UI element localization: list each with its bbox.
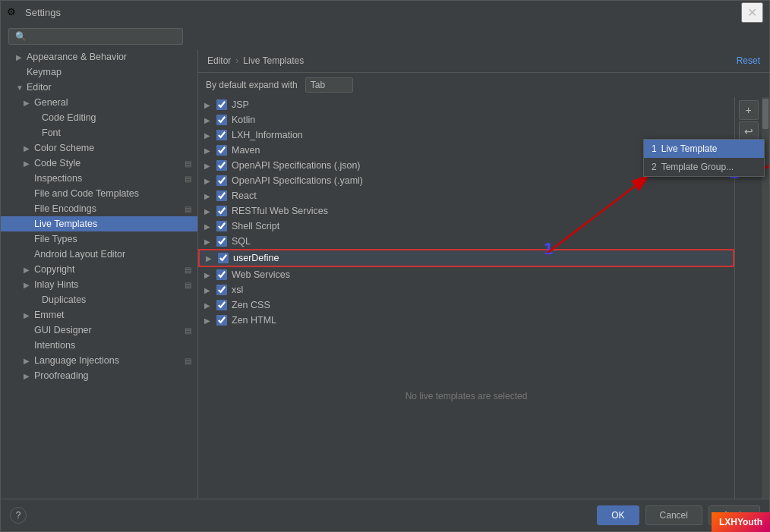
empty-message: No live templates are selected xyxy=(198,328,734,464)
sidebar-item-label: General xyxy=(34,97,68,108)
toolbar: By default expand with Tab Enter Space xyxy=(198,73,769,97)
sidebar-item-code-editing[interactable]: Code Editing xyxy=(1,110,197,125)
list-item[interactable]: ▶ Shell Script xyxy=(198,219,734,234)
add-button[interactable]: + xyxy=(739,100,759,120)
expand-with-select[interactable]: Tab Enter Space xyxy=(305,77,353,93)
sidebar-item-label: Inspections xyxy=(34,173,82,184)
window-title: Settings xyxy=(25,7,741,18)
template-checkbox[interactable] xyxy=(218,253,229,263)
template-item-label: Web Services xyxy=(232,269,728,280)
template-checkbox[interactable] xyxy=(216,269,227,280)
sidebar-item-label: Copyright xyxy=(34,264,75,275)
sidebar-item-label: Duplicates xyxy=(42,294,86,305)
sidebar-item-copyright[interactable]: ▶ Copyright ▤ xyxy=(1,262,197,277)
sidebar-item-emmet[interactable]: ▶ Emmet xyxy=(1,307,197,323)
template-checkbox[interactable] xyxy=(216,315,227,326)
list-item[interactable]: ▶ Zen HTML xyxy=(198,313,734,328)
sidebar-item-code-style[interactable]: ▶ Code Style ▤ xyxy=(1,156,197,171)
dropdown-item-template-group[interactable]: 2 Template Group... xyxy=(644,158,764,176)
empty-message-text: No live templates are selected xyxy=(406,391,528,401)
template-item-label: SQL xyxy=(232,236,728,247)
list-item[interactable]: ▶ JSP xyxy=(198,97,734,112)
expand-arrow-icon: ▶ xyxy=(204,192,212,200)
sidebar-item-color-scheme[interactable]: ▶ Color Scheme xyxy=(1,140,197,156)
sidebar-item-appearance[interactable]: ▶ Appearance & Behavior xyxy=(1,49,197,65)
extra-icon: ▤ xyxy=(185,281,191,289)
expand-arrow-icon: ▶ xyxy=(204,238,212,246)
help-button[interactable]: ? xyxy=(10,507,27,524)
template-item-label: Zen CSS xyxy=(232,300,728,310)
expand-arrow-icon: ▶ xyxy=(24,99,31,107)
list-item[interactable]: ▶ xsl xyxy=(198,282,734,297)
expand-arrow-icon: ▶ xyxy=(204,162,212,170)
list-item[interactable]: ▶ Kotlin xyxy=(198,112,734,127)
sidebar-item-android-layout[interactable]: Android Layout Editor xyxy=(1,247,197,262)
expand-arrow-icon: ▶ xyxy=(24,281,31,289)
sidebar-item-file-types[interactable]: File Types xyxy=(1,231,197,247)
expand-arrow-icon: ▶ xyxy=(24,144,31,153)
template-checkbox[interactable] xyxy=(216,115,227,125)
expand-arrow-icon: ▶ xyxy=(204,146,212,155)
extra-icon: ▤ xyxy=(185,159,191,168)
expand-arrow-icon: ▶ xyxy=(24,357,31,365)
cancel-button[interactable]: Cancel xyxy=(645,505,702,525)
sidebar-item-inspections[interactable]: Inspections ▤ xyxy=(1,171,197,186)
sidebar-item-file-encodings[interactable]: File Encodings ▤ xyxy=(1,201,197,216)
template-checkbox[interactable] xyxy=(216,145,227,156)
template-item-label: React xyxy=(232,190,728,201)
sidebar-item-proofreading[interactable]: ▶ Proofreading xyxy=(1,368,197,383)
breadcrumb-part1: Editor xyxy=(207,55,231,66)
template-item-label: JSP xyxy=(232,99,728,110)
sidebar-item-inlay-hints[interactable]: ▶ Inlay Hints ▤ xyxy=(1,277,197,292)
dropdown-item-number: 1 xyxy=(652,143,657,154)
list-item[interactable]: ▶ RESTful Web Services xyxy=(198,203,734,219)
sidebar-item-file-code-templates[interactable]: File and Code Templates xyxy=(1,186,197,201)
expand-arrow-icon: ▶ xyxy=(204,207,212,216)
expand-arrow-icon: ▶ xyxy=(204,131,212,140)
sidebar-item-intentions[interactable]: Intentions xyxy=(1,338,197,353)
template-checkbox[interactable] xyxy=(216,206,227,216)
sidebar-item-label: File and Code Templates xyxy=(34,188,139,199)
template-checkbox[interactable] xyxy=(216,99,227,110)
sidebar-item-keymap[interactable]: Keymap xyxy=(1,65,197,80)
lxhyouth-badge: LXHYouth xyxy=(712,512,770,532)
sidebar-item-live-templates[interactable]: Live Templates xyxy=(1,216,197,231)
template-item-label: xsl xyxy=(232,285,728,295)
template-checkbox[interactable] xyxy=(216,300,227,310)
sidebar-item-general[interactable]: ▶ General xyxy=(1,95,197,110)
template-checkbox[interactable] xyxy=(216,130,227,140)
expand-arrow-icon: ▼ xyxy=(16,83,24,92)
template-checkbox[interactable] xyxy=(216,221,227,231)
list-item[interactable]: ▶ Web Services xyxy=(198,267,734,282)
close-button[interactable]: ✕ xyxy=(741,2,763,23)
dropdown-item-live-template[interactable]: 1 Live Template xyxy=(644,140,764,158)
template-checkbox[interactable] xyxy=(216,285,227,295)
dropdown-item-label: Template Group... xyxy=(661,162,734,172)
toolbar-expand-label: By default expand with xyxy=(206,80,298,90)
settings-window: ⚙ Settings ✕ ▶ Appearance & Behavior Key… xyxy=(0,0,770,532)
list-item-selected[interactable]: ▶ userDefine xyxy=(198,249,734,267)
sidebar-item-label: Code Editing xyxy=(42,112,96,123)
list-item[interactable]: ▶ React xyxy=(198,188,734,203)
template-checkbox[interactable] xyxy=(216,160,227,171)
reset-button[interactable]: Reset xyxy=(737,55,760,66)
sidebar-item-label: Emmet xyxy=(34,310,65,320)
extra-icon: ▤ xyxy=(185,326,191,335)
expand-arrow-icon: ▶ xyxy=(204,101,212,109)
title-bar: ⚙ Settings ✕ xyxy=(1,1,769,24)
list-item[interactable]: ▶ SQL xyxy=(198,234,734,249)
ok-button[interactable]: OK xyxy=(597,505,639,525)
sidebar-item-label: Editor xyxy=(27,82,52,93)
sidebar-item-label: GUI Designer xyxy=(34,325,92,335)
sidebar-item-label: Inlay Hints xyxy=(34,279,78,290)
sidebar-item-language-injections[interactable]: ▶ Language Injections ▤ xyxy=(1,353,197,368)
search-input[interactable] xyxy=(8,28,183,45)
list-item[interactable]: ▶ Zen CSS xyxy=(198,297,734,313)
template-checkbox[interactable] xyxy=(216,190,227,201)
template-checkbox[interactable] xyxy=(216,236,227,247)
sidebar-item-duplicates[interactable]: Duplicates xyxy=(1,292,197,307)
template-checkbox[interactable] xyxy=(216,175,227,186)
sidebar-item-editor[interactable]: ▼ Editor xyxy=(1,80,197,95)
sidebar-item-font[interactable]: Font xyxy=(1,125,197,140)
sidebar-item-gui-designer[interactable]: GUI Designer ▤ xyxy=(1,323,197,338)
